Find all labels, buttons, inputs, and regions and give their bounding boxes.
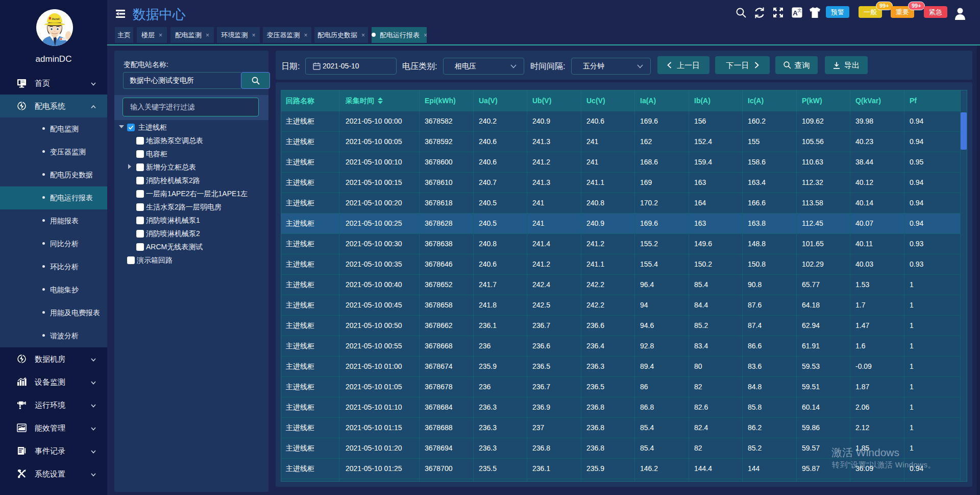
svg-text:文: 文 <box>798 8 802 13</box>
svg-text:Acrel: Acrel <box>52 17 59 20</box>
